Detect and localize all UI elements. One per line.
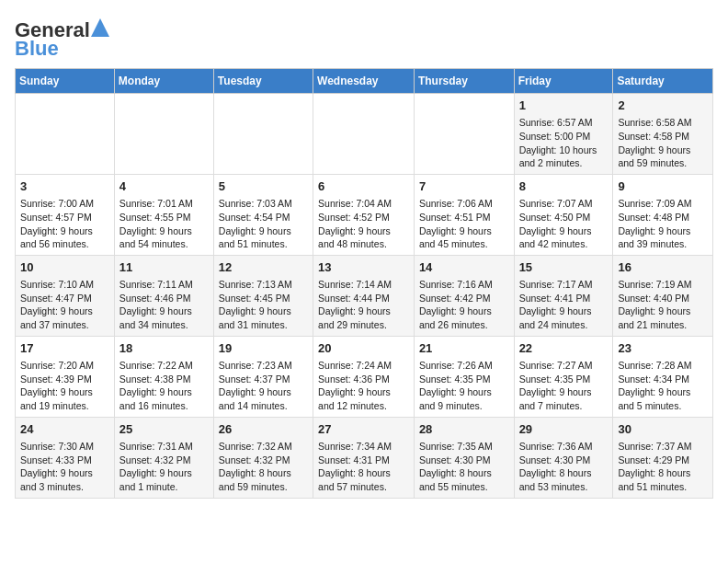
sunset-text: Sunset: 4:35 PM <box>519 373 591 385</box>
daylight-text: Daylight: 8 hours and 53 minutes. <box>519 467 592 492</box>
day-number: 25 <box>119 421 209 438</box>
day-number: 22 <box>519 340 609 357</box>
sunset-text: Sunset: 4:39 PM <box>20 373 92 385</box>
sunset-text: Sunset: 4:47 PM <box>20 293 92 304</box>
day-number: 9 <box>618 178 708 195</box>
daylight-text: Daylight: 9 hours and 56 minutes. <box>20 225 93 250</box>
sunset-text: Sunset: 4:32 PM <box>119 454 191 465</box>
sunset-text: Sunset: 4:48 PM <box>618 212 689 223</box>
daylight-text: Daylight: 9 hours and 42 minutes. <box>519 225 592 250</box>
sunset-text: Sunset: 4:37 PM <box>219 373 290 385</box>
sunset-text: Sunset: 5:00 PM <box>519 131 591 142</box>
sunrise-text: Sunrise: 7:24 AM <box>318 360 392 371</box>
sunrise-text: Sunrise: 7:37 AM <box>618 441 691 452</box>
day-number: 1 <box>519 98 609 114</box>
daylight-text: Daylight: 9 hours and 39 minutes. <box>618 225 690 250</box>
calendar-cell: 23Sunrise: 7:28 AMSunset: 4:34 PMDayligh… <box>613 336 713 417</box>
daylight-text: Daylight: 9 hours and 1 minute. <box>119 467 192 492</box>
calendar-cell: 7Sunrise: 7:06 AMSunset: 4:51 PMDaylight… <box>414 174 514 255</box>
daylight-text: Daylight: 9 hours and 29 minutes. <box>318 305 391 330</box>
calendar-cell <box>114 94 213 175</box>
column-header-saturday: Saturday <box>613 69 713 94</box>
daylight-text: Daylight: 8 hours and 55 minutes. <box>419 467 492 492</box>
sunrise-text: Sunrise: 7:07 AM <box>519 198 593 209</box>
day-number: 24 <box>20 421 109 438</box>
sunset-text: Sunset: 4:52 PM <box>318 212 390 223</box>
sunset-text: Sunset: 4:31 PM <box>318 454 390 465</box>
day-number: 17 <box>20 340 109 357</box>
calendar-cell: 8Sunrise: 7:07 AMSunset: 4:50 PMDaylight… <box>514 174 613 255</box>
calendar-cell: 29Sunrise: 7:36 AMSunset: 4:30 PMDayligh… <box>514 417 613 498</box>
calendar-cell: 4Sunrise: 7:01 AMSunset: 4:55 PMDaylight… <box>114 174 213 255</box>
column-header-thursday: Thursday <box>414 69 514 94</box>
daylight-text: Daylight: 9 hours and 54 minutes. <box>119 225 192 250</box>
daylight-text: Daylight: 10 hours and 2 minutes. <box>519 144 597 169</box>
sunrise-text: Sunrise: 7:30 AM <box>20 441 94 452</box>
daylight-text: Daylight: 9 hours and 7 minutes. <box>519 386 592 411</box>
sunrise-text: Sunrise: 7:28 AM <box>618 360 691 371</box>
day-number: 7 <box>419 178 509 195</box>
logo: General Blue <box>15 18 109 61</box>
calendar-cell: 11Sunrise: 7:11 AMSunset: 4:46 PMDayligh… <box>114 255 213 336</box>
sunrise-text: Sunrise: 7:35 AM <box>419 441 493 452</box>
day-number: 23 <box>618 340 708 357</box>
calendar-cell: 14Sunrise: 7:16 AMSunset: 4:42 PMDayligh… <box>414 255 514 336</box>
sunset-text: Sunset: 4:54 PM <box>219 212 290 223</box>
calendar-cell <box>313 94 415 175</box>
calendar-week-1: 1Sunrise: 6:57 AMSunset: 5:00 PMDaylight… <box>16 94 713 175</box>
sunset-text: Sunset: 4:50 PM <box>519 212 591 223</box>
daylight-text: Daylight: 8 hours and 57 minutes. <box>318 467 391 492</box>
day-number: 21 <box>419 340 509 357</box>
sunrise-text: Sunrise: 7:16 AM <box>419 279 493 290</box>
daylight-text: Daylight: 9 hours and 48 minutes. <box>318 225 391 250</box>
sunrise-text: Sunrise: 7:09 AM <box>618 198 691 209</box>
sunset-text: Sunset: 4:45 PM <box>219 293 290 304</box>
daylight-text: Daylight: 9 hours and 9 minutes. <box>419 386 492 411</box>
calendar-cell: 1Sunrise: 6:57 AMSunset: 5:00 PMDaylight… <box>514 94 613 175</box>
day-number: 26 <box>219 421 308 438</box>
calendar-cell: 19Sunrise: 7:23 AMSunset: 4:37 PMDayligh… <box>213 336 313 417</box>
page-header: General Blue <box>15 15 713 61</box>
day-number: 18 <box>119 340 209 357</box>
sunrise-text: Sunrise: 7:13 AM <box>219 279 292 290</box>
sunset-text: Sunset: 4:58 PM <box>618 131 689 142</box>
sunrise-text: Sunrise: 6:57 AM <box>519 117 593 128</box>
sunrise-text: Sunrise: 7:10 AM <box>20 279 94 290</box>
calendar-cell: 6Sunrise: 7:04 AMSunset: 4:52 PMDaylight… <box>313 174 415 255</box>
day-number: 30 <box>618 421 708 438</box>
logo-icon <box>91 18 109 37</box>
calendar-week-4: 17Sunrise: 7:20 AMSunset: 4:39 PMDayligh… <box>16 336 713 417</box>
sunset-text: Sunset: 4:44 PM <box>318 293 390 304</box>
sunrise-text: Sunrise: 7:14 AM <box>318 279 392 290</box>
calendar-cell: 25Sunrise: 7:31 AMSunset: 4:32 PMDayligh… <box>114 417 213 498</box>
day-number: 14 <box>419 259 509 276</box>
sunset-text: Sunset: 4:46 PM <box>119 293 191 304</box>
sunset-text: Sunset: 4:36 PM <box>318 373 390 385</box>
calendar-week-3: 10Sunrise: 7:10 AMSunset: 4:47 PMDayligh… <box>16 255 713 336</box>
calendar-cell: 27Sunrise: 7:34 AMSunset: 4:31 PMDayligh… <box>313 417 415 498</box>
daylight-text: Daylight: 9 hours and 31 minutes. <box>219 305 291 330</box>
sunset-text: Sunset: 4:32 PM <box>219 454 290 465</box>
sunset-text: Sunset: 4:35 PM <box>419 373 491 385</box>
sunset-text: Sunset: 4:51 PM <box>419 212 491 223</box>
daylight-text: Daylight: 9 hours and 34 minutes. <box>119 305 192 330</box>
sunrise-text: Sunrise: 7:22 AM <box>119 360 193 371</box>
day-number: 29 <box>519 421 609 438</box>
sunrise-text: Sunrise: 7:11 AM <box>119 279 193 290</box>
sunset-text: Sunset: 4:30 PM <box>419 454 491 465</box>
calendar-cell: 18Sunrise: 7:22 AMSunset: 4:38 PMDayligh… <box>114 336 213 417</box>
calendar-cell: 16Sunrise: 7:19 AMSunset: 4:40 PMDayligh… <box>613 255 713 336</box>
day-number: 13 <box>318 259 409 276</box>
daylight-text: Daylight: 9 hours and 12 minutes. <box>318 386 391 411</box>
day-number: 10 <box>20 259 109 276</box>
daylight-text: Daylight: 8 hours and 51 minutes. <box>618 467 690 492</box>
sunrise-text: Sunrise: 7:04 AM <box>318 198 392 209</box>
calendar-cell <box>213 94 313 175</box>
sunset-text: Sunset: 4:57 PM <box>20 212 92 223</box>
column-header-sunday: Sunday <box>16 69 115 94</box>
sunrise-text: Sunrise: 7:23 AM <box>219 360 292 371</box>
daylight-text: Daylight: 9 hours and 59 minutes. <box>618 144 690 169</box>
calendar-cell <box>414 94 514 175</box>
day-number: 12 <box>219 259 308 276</box>
day-number: 6 <box>318 178 409 195</box>
